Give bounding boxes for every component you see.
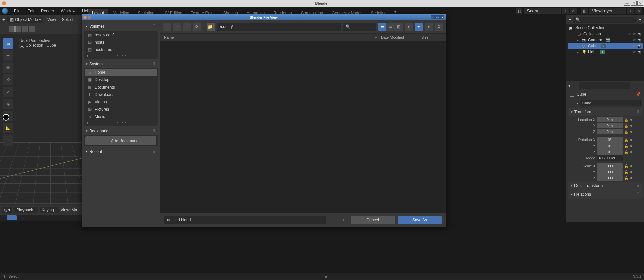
- camera-icon[interactable]: 📷: [637, 32, 641, 36]
- grip-icon[interactable]: ⠿: [636, 192, 639, 197]
- grip-icon[interactable]: ⠿: [152, 129, 156, 133]
- system-item-music[interactable]: ♫Music: [85, 113, 157, 120]
- grip-icon[interactable]: ⠿: [636, 183, 639, 188]
- select-mode-intersect[interactable]: [22, 26, 28, 32]
- add-bookmark-button[interactable]: ＋ Add Bookmark: [85, 136, 156, 145]
- grip-icon[interactable]: ⠿: [152, 62, 156, 66]
- tool-select-box[interactable]: ▭: [3, 38, 13, 49]
- window-close-button[interactable]: ✕: [637, 1, 643, 6]
- view-list-horizontal-button[interactable]: ≡: [386, 23, 395, 31]
- timeline-track[interactable]: [0, 215, 82, 221]
- panel-header-volumes[interactable]: ▾ Volumes ⠿: [84, 22, 158, 31]
- view-list-vertical-button[interactable]: ☰: [378, 23, 386, 31]
- save-as-button[interactable]: Save As: [398, 216, 442, 224]
- system-item-downloads[interactable]: ⬇Downloads: [85, 91, 157, 98]
- lock-icon[interactable]: 🔓: [624, 124, 629, 128]
- nav-refresh-button[interactable]: ⟳: [193, 23, 201, 31]
- subpanel-transform[interactable]: ▾ Transform ⠿: [568, 108, 643, 116]
- eye-icon[interactable]: 👁: [633, 44, 636, 48]
- lock-icon[interactable]: 🔓: [624, 138, 629, 142]
- increment-button[interactable]: +: [340, 216, 348, 224]
- nav-up-button[interactable]: ↑: [183, 23, 191, 31]
- timeline-keying-menu[interactable]: Keying ▾: [40, 207, 59, 213]
- keyframe-dot[interactable]: [630, 171, 632, 173]
- location-z-input[interactable]: 0 m: [597, 129, 623, 134]
- dialog-close-button[interactable]: ✕: [440, 15, 444, 19]
- scale-y-input[interactable]: 1.000: [597, 169, 623, 175]
- eye-icon[interactable]: 👁: [633, 32, 636, 36]
- camera-icon[interactable]: 📷: [637, 50, 641, 54]
- viewlayer-delete-button[interactable]: ✕: [635, 8, 642, 14]
- tool-scale[interactable]: ⤢: [3, 87, 13, 97]
- panel-header-bookmarks[interactable]: ▾ Bookmarks ⠿: [84, 127, 158, 135]
- volume-item[interactable]: ▤hostname: [85, 46, 157, 53]
- mode-dropdown[interactable]: ▦ Object Mode ▾: [7, 17, 43, 23]
- tool-cursor[interactable]: ✛: [3, 50, 13, 61]
- column-date[interactable]: Date Modified: [381, 35, 421, 39]
- outliner-filter-button[interactable]: ⏷: [638, 17, 642, 22]
- nav-forward-button[interactable]: →: [173, 23, 181, 31]
- outliner-collection[interactable]: ▾ ▢ Collection ☑👁📷: [568, 31, 643, 37]
- volume-item[interactable]: ▤hosts: [85, 39, 157, 46]
- outliner-item-cube[interactable]: ▸ ▽ Cube ▽ 👁📷: [568, 43, 643, 49]
- scene-new-button[interactable]: +: [562, 8, 569, 14]
- lock-icon[interactable]: 🔓: [624, 144, 629, 148]
- system-item-home[interactable]: ⌂Home: [85, 69, 157, 76]
- keyframe-dot[interactable]: [630, 131, 632, 133]
- mesh-data-icon[interactable]: ▽: [601, 44, 606, 48]
- keyframe-dot[interactable]: [630, 145, 632, 147]
- expand-icon[interactable]: ▸: [87, 121, 89, 124]
- column-size[interactable]: Size: [421, 35, 442, 39]
- dialog-min-button[interactable]: _: [431, 15, 435, 19]
- timeline-playback-menu[interactable]: Playback ▾: [14, 207, 38, 213]
- tool-rotate[interactable]: ⟲: [3, 74, 13, 85]
- system-item-documents[interactable]: 🗎Documents: [85, 83, 157, 91]
- viewlayer-name-input[interactable]: [589, 8, 626, 14]
- lock-icon[interactable]: 🔓: [624, 130, 629, 134]
- camera-icon[interactable]: 📷: [637, 44, 641, 48]
- view-thumbnail-button[interactable]: ⊞: [395, 23, 403, 31]
- grip-icon[interactable]: ⠿: [152, 24, 156, 29]
- expand-icon[interactable]: ▸: [577, 45, 581, 48]
- location-y-input[interactable]: 0 m: [597, 123, 623, 128]
- camera-icon[interactable]: 📷: [637, 38, 641, 42]
- eye-icon[interactable]: 👁: [633, 50, 636, 54]
- subpanel-relations[interactable]: ▸ Relations ⠿: [568, 190, 643, 199]
- properties-search[interactable]: [579, 82, 630, 89]
- panel-header-system[interactable]: ▾ System ⠿: [84, 60, 158, 68]
- location-x-input[interactable]: 0 m: [597, 117, 623, 122]
- drag-icon[interactable]: ⠂⠂⠂⠂: [117, 54, 127, 57]
- datablock-name-input[interactable]: [580, 100, 641, 106]
- menu-render[interactable]: Render: [38, 9, 57, 13]
- new-folder-button[interactable]: 📁⁺: [207, 23, 215, 31]
- light-data-icon[interactable]: ●: [600, 50, 605, 54]
- scene-browse-icon[interactable]: ◧: [516, 8, 522, 14]
- timeline-marker-menu[interactable]: Ma: [72, 208, 77, 212]
- viewport-menu-view[interactable]: View: [45, 17, 58, 22]
- filter-dropdown[interactable]: ▾: [425, 23, 433, 31]
- file-list[interactable]: [160, 41, 446, 213]
- pin-icon[interactable]: 📌: [636, 92, 641, 97]
- outliner-item-camera[interactable]: ▸ 📷 Camera 📷 👁📷: [568, 37, 643, 43]
- outliner-type-icon[interactable]: ≣: [568, 17, 572, 22]
- settings-gear-button[interactable]: ⚙: [435, 23, 443, 31]
- scale-x-input[interactable]: 1.000: [597, 163, 623, 169]
- display-settings-dropdown[interactable]: ▾: [405, 23, 413, 31]
- tool-move[interactable]: ✥: [3, 62, 13, 73]
- properties-options-icon[interactable]: ⋮: [638, 83, 642, 88]
- viewlayer-new-button[interactable]: +: [627, 8, 634, 14]
- blender-logo-icon[interactable]: [2, 8, 8, 14]
- lock-icon[interactable]: 🔓: [624, 170, 629, 174]
- expand-icon[interactable]: ▸: [577, 51, 581, 54]
- scene-delete-button[interactable]: ✕: [570, 8, 577, 14]
- 3d-viewport[interactable]: User Perspective (1) Collection | Cube ▭…: [0, 34, 82, 205]
- editor-type-icon[interactable]: ✦: [2, 17, 5, 22]
- rotation-mode-dropdown[interactable]: XYZ Euler▾: [597, 155, 623, 161]
- scene-name-input[interactable]: [524, 8, 561, 14]
- outliner-item-light[interactable]: ▸ 💡 Light ● 👁📷: [568, 49, 643, 55]
- search-box[interactable]: 🔍: [343, 23, 376, 31]
- menu-edit[interactable]: Edit: [24, 9, 38, 13]
- expand-icon[interactable]: ▾: [572, 33, 576, 36]
- sort-icon[interactable]: ▾: [375, 35, 377, 40]
- rotation-z-input[interactable]: 0°: [597, 149, 623, 155]
